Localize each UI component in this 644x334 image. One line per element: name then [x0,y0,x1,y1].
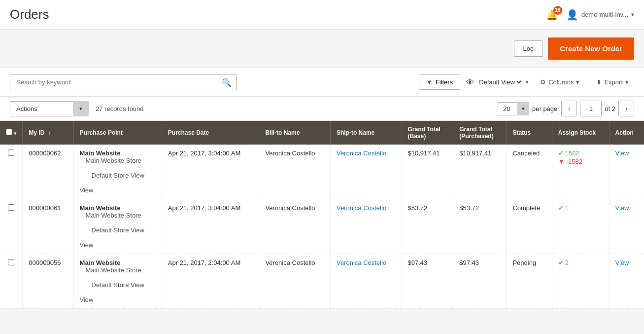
notification-count: 18 [553,6,562,15]
view-select[interactable]: Default View [477,78,523,86]
columns-button[interactable]: ⚙ Columns ▾ [535,74,585,90]
page-title: Orders [10,7,49,22]
table-row: 000000062 Main Website Main Website Stor… [0,145,644,199]
per-page-select[interactable]: 20 50 100 200 [498,102,529,115]
stock-pos-value-3: 2 [565,259,569,266]
purchase-point-sub2-1: Default Store View [80,172,156,179]
td-grand-total-purchased-2: $53.72 [453,199,507,254]
td-ship-to-1: Veronica Costello [330,145,402,199]
search-icon-button[interactable]: 🔍 [222,77,232,87]
bill-to-1: Veronica Costello [265,149,315,157]
toolbar-left: Actions ▾ 27 records found [10,101,144,116]
table-row: 000000056 Main Website Main Website Stor… [0,254,644,309]
actions-select-wrap: Actions ▾ [10,101,89,116]
check-icon-1: ✔ [558,149,564,157]
th-my-id[interactable]: My ID ↑ [23,121,73,145]
assign-stock-cell-1: ✔ 1582 ▼ -1582 [558,149,603,165]
toolbar-row: Actions ▾ 27 records found 20 50 100 200… [0,97,644,121]
create-new-order-button[interactable]: Create New Order [548,37,634,60]
td-bill-to-3: Veronica Costello [259,254,331,309]
td-status-1: Canceled [507,145,552,199]
ship-to-link-1[interactable]: Veronica Costello [337,149,386,157]
grand-total-purchased-1: $10,917.41 [459,149,491,157]
table-header-row: ▾ My ID ↑ Purchase Point Purchase Date B… [0,121,644,145]
records-count: 27 records found [96,105,144,112]
stock-pos-1: ✔ 1582 [558,149,603,157]
export-button[interactable]: ⬆ Export ▾ [591,74,634,90]
table-row: 000000061 Main Website Main Website Stor… [0,199,644,254]
th-checkbox: ▾ [0,121,23,145]
td-grand-total-base-1: $10,917.41 [402,145,453,199]
td-ship-to-2: Veronica Costello [330,199,402,254]
th-checkbox-arrow[interactable]: ▾ [14,131,16,136]
ship-to-link-2[interactable]: Veronica Costello [337,204,386,212]
td-status-2: Complete [507,199,552,254]
purchase-date-2: Apr 21, 2017, 3:04:00 AM [168,204,240,212]
order-id-2: 000000061 [29,204,61,212]
columns-label: Columns [548,78,574,86]
td-checkbox-2 [0,199,23,254]
eye-icon: 👁 [466,78,474,87]
grand-total-base-1: $10,917.41 [408,149,440,157]
assign-stock-cell-3: ✔ 2 [558,259,603,266]
row-checkbox-3[interactable] [8,259,14,265]
per-page-label: per page [532,105,557,112]
td-status-3: Pending [507,254,552,309]
filter-icon: ▼ [426,78,433,86]
actions-select[interactable]: Actions [10,101,89,116]
action-bar: Log Create New Order [0,30,644,68]
td-grand-total-base-2: $53.72 [402,199,453,254]
stock-pos-value-2: 1 [565,204,569,212]
arrow-down-icon-1: ▼ [558,158,565,165]
td-purchase-date-1: Apr 21, 2017, 3:04:00 AM [162,145,259,199]
th-grand-total-purchased: Grand Total(Purchased) [453,121,507,145]
bill-to-3: Veronica Costello [265,259,315,266]
td-bill-to-1: Veronica Costello [259,145,331,199]
td-id-2: 000000061 [23,199,73,254]
check-icon-3: ✔ [558,259,564,266]
order-id-3: 000000056 [29,259,61,266]
filters-label: Filters [436,78,453,86]
stock-pos-3: ✔ 2 [558,259,603,266]
chevron-down-icon: ▾ [631,11,634,18]
status-3: Pending [512,259,536,266]
view-link-1[interactable]: View [615,149,629,157]
orders-table: ▾ My ID ↑ Purchase Point Purchase Date B… [0,121,644,309]
th-purchase-date: Purchase Date [162,121,259,145]
stock-neg-value-1: -1582 [566,158,582,165]
purchase-point-main-3: Main Website [80,259,121,266]
td-assign-stock-1: ✔ 1582 ▼ -1582 [552,145,609,199]
select-all-checkbox[interactable] [6,129,12,135]
toolbar-right: 20 50 100 200 ▾ per page ‹ of 2 › [498,101,634,116]
gear-icon: ⚙ [540,78,546,86]
next-page-button[interactable]: › [618,101,634,116]
orders-table-container: ▾ My ID ↑ Purchase Point Purchase Date B… [0,121,644,309]
view-link-2[interactable]: View [615,204,629,212]
row-checkbox-1[interactable] [8,149,14,156]
row-checkbox-2[interactable] [8,204,14,211]
check-icon-2: ✔ [558,204,564,212]
td-grand-total-purchased-3: $97.43 [453,254,507,309]
td-checkbox-3 [0,254,23,309]
th-ship-to-name: Ship-to Name [330,121,402,145]
ship-to-link-3[interactable]: Veronica Costello [337,259,386,266]
user-icon: 👤 [566,9,578,21]
sort-icon: ↑ [48,130,51,136]
view-chevron-icon: ▾ [526,79,529,85]
purchase-point-sub-2: Main Website Store [80,212,156,219]
td-purchase-date-2: Apr 21, 2017, 3:04:00 AM [162,199,259,254]
export-label: Export [604,78,623,86]
order-id-1: 000000062 [29,149,61,157]
prev-page-button[interactable]: ‹ [561,101,577,116]
grand-total-purchased-3: $97.43 [459,259,479,266]
view-link-3[interactable]: View [615,259,629,266]
notifications-bell[interactable]: 🔔 18 [546,9,558,21]
user-menu[interactable]: 👤 demo-multi-inv... ▾ [566,9,634,21]
log-button[interactable]: Log [514,40,543,57]
filters-button[interactable]: ▼ Filters [419,74,460,90]
purchase-point-view-1: View [80,186,94,194]
user-name: demo-multi-inv... [581,11,628,18]
page-input[interactable] [580,101,602,116]
td-bill-to-2: Veronica Costello [259,199,331,254]
search-input[interactable] [10,74,237,90]
